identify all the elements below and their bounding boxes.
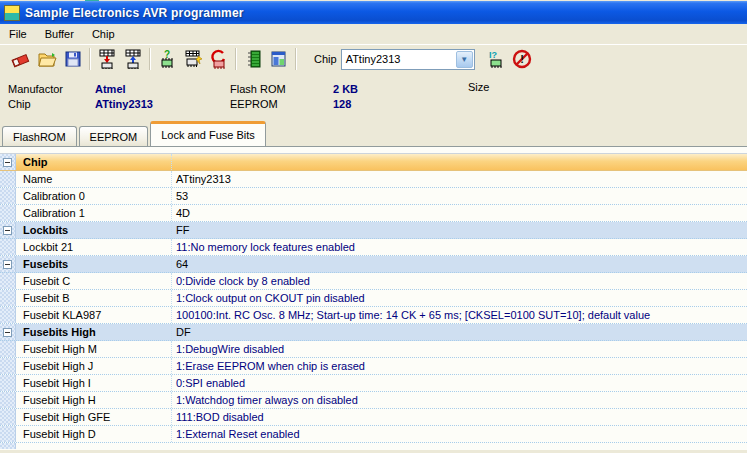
tab-eeprom[interactable]: EEPROM — [79, 126, 149, 146]
row-label: Name — [16, 171, 171, 187]
buffer-window-icon[interactable] — [266, 47, 292, 71]
chevron-down-icon[interactable]: ▼ — [456, 51, 473, 68]
menu-buffer[interactable]: Buffer — [36, 25, 83, 43]
toolbar-separator — [89, 48, 91, 70]
table-row[interactable]: Fusebit High GFE111:BOD disabled — [0, 409, 747, 426]
row-value: 4D — [171, 205, 747, 221]
row-gutter — [0, 409, 16, 425]
row-label: Fusebit High H — [16, 392, 171, 408]
manufacturer-value: Atmel — [95, 83, 126, 95]
fuse-grid: ChipNameATtiny2313Calibration 053Calibra… — [0, 153, 747, 449]
row-gutter — [0, 205, 16, 221]
row-label: Calibration 0 — [16, 188, 171, 204]
row-value — [171, 154, 747, 170]
cancel-icon[interactable]: ! — [509, 47, 535, 71]
row-value: 1:Erase EEPROM when chip is erased — [171, 358, 747, 374]
row-label: Calibration 1 — [16, 205, 171, 221]
grid-footer — [0, 443, 747, 449]
row-value: 1:External Reset enabled — [171, 426, 747, 442]
flash-rom-label: Flash ROM — [230, 83, 286, 95]
group-row[interactable]: Chip — [0, 154, 747, 171]
row-gutter — [0, 222, 16, 238]
group-row[interactable]: Fusebits HighDF — [0, 324, 747, 341]
menu-file[interactable]: File — [0, 25, 36, 43]
row-label: Fusebit High GFE — [16, 409, 171, 425]
row-value: FF — [171, 222, 747, 238]
write-chip-icon[interactable] — [94, 47, 120, 71]
row-gutter — [0, 375, 16, 391]
group-row[interactable]: LockbitsFF — [0, 222, 747, 239]
flash-rom-value: 2 KB — [333, 83, 358, 95]
row-label: Lockbit 21 — [16, 239, 171, 255]
edit-chip-icon[interactable] — [180, 47, 206, 71]
row-gutter — [0, 290, 16, 306]
row-value: 1:Watchdog timer always on disabled — [171, 392, 747, 408]
row-gutter — [0, 426, 16, 442]
verify-chip-icon[interactable]: ? — [154, 47, 180, 71]
toolbar: ? Chip ATtiny2313 ▼ I? ! — [0, 45, 747, 73]
svg-text:!: ! — [520, 53, 524, 65]
table-row[interactable]: Calibration 14D — [0, 205, 747, 222]
row-value: ATtiny2313 — [171, 171, 747, 187]
row-label: Chip — [16, 154, 171, 170]
row-label: Fusebit High I — [16, 375, 171, 391]
chip-info-panel: Manufactor Atmel Chip ATtiny2313 Flash R… — [0, 73, 747, 120]
tab-lock-and-fuse-bits[interactable]: Lock and Fuse Bits — [150, 121, 266, 146]
chip-select[interactable]: ATtiny2313 ▼ — [341, 49, 475, 70]
group-row[interactable]: Fusebits64 — [0, 256, 747, 273]
row-value: 111:BOD disabled — [171, 409, 747, 425]
row-gutter — [0, 324, 16, 340]
row-label: Fusebit B — [16, 290, 171, 306]
lock-fuse-tab-page: ChipNameATtiny2313Calibration 053Calibra… — [0, 146, 747, 450]
table-row[interactable]: Fusebit High M1:DebugWire disabled — [0, 341, 747, 358]
row-label: Fusebits — [16, 256, 171, 272]
table-row[interactable]: Fusebit High H1:Watchdog timer always on… — [0, 392, 747, 409]
table-row[interactable]: Calibration 053 — [0, 188, 747, 205]
table-row[interactable]: Fusebit B1:Clock output on CKOUT pin dis… — [0, 290, 747, 307]
row-gutter — [0, 341, 16, 357]
table-row[interactable]: Lockbit 2111:No memory lock features ena… — [0, 239, 747, 256]
erase-buffer-icon[interactable] — [8, 47, 34, 71]
open-file-icon[interactable] — [34, 47, 60, 71]
toolbar-separator — [149, 48, 151, 70]
table-row[interactable]: NameATtiny2313 — [0, 171, 747, 188]
svg-text:I?: I? — [489, 50, 497, 60]
identify-chip-icon[interactable]: I? — [483, 47, 509, 71]
collapse-icon[interactable] — [3, 226, 12, 235]
row-label: Fusebit C — [16, 273, 171, 289]
eeprom-label: EEPROM — [230, 98, 278, 110]
read-chip-icon[interactable] — [120, 47, 146, 71]
toolbar-separator — [295, 48, 297, 70]
row-label: Lockbits — [16, 222, 171, 238]
menu-chip[interactable]: Chip — [83, 25, 124, 43]
row-gutter — [0, 154, 16, 170]
eeprom-value: 128 — [333, 98, 351, 110]
table-row[interactable]: Fusebit High J1:Erase EEPROM when chip i… — [0, 358, 747, 375]
chip-select-value: ATtiny2313 — [342, 53, 455, 65]
toolbar-separator — [235, 48, 237, 70]
row-gutter — [0, 392, 16, 408]
row-gutter — [0, 273, 16, 289]
table-row[interactable]: Fusebit C0:Divide clock by 8 enabled — [0, 273, 747, 290]
app-icon — [4, 5, 20, 21]
table-row[interactable]: Fusebit High I0:SPI enabled — [0, 375, 747, 392]
page-title: Sample Electronics AVR programmer — [25, 6, 244, 20]
row-value: 100100:Int. RC Osc. 8 MHz; Start-up time… — [171, 307, 747, 323]
collapse-icon[interactable] — [3, 260, 12, 269]
collapse-icon[interactable] — [3, 158, 12, 167]
menu-bar: File Buffer Chip — [0, 24, 747, 45]
memory-view-icon[interactable] — [240, 47, 266, 71]
row-gutter — [0, 188, 16, 204]
erase-chip-icon[interactable] — [206, 47, 232, 71]
chip-name-value: ATtiny2313 — [95, 98, 153, 110]
table-row[interactable]: Fusebit KLA987100100:Int. RC Osc. 8 MHz;… — [0, 307, 747, 324]
title-bar[interactable]: Sample Electronics AVR programmer — [0, 1, 747, 24]
save-file-icon[interactable] — [60, 47, 86, 71]
collapse-icon[interactable] — [3, 328, 12, 337]
row-gutter — [0, 443, 16, 449]
table-row[interactable]: Fusebit High D1:External Reset enabled — [0, 426, 747, 443]
row-value: DF — [171, 324, 747, 340]
tab-flashrom[interactable]: FlashROM — [2, 126, 77, 146]
row-value: 11:No memory lock features enabled — [171, 239, 747, 255]
row-gutter — [0, 171, 16, 187]
